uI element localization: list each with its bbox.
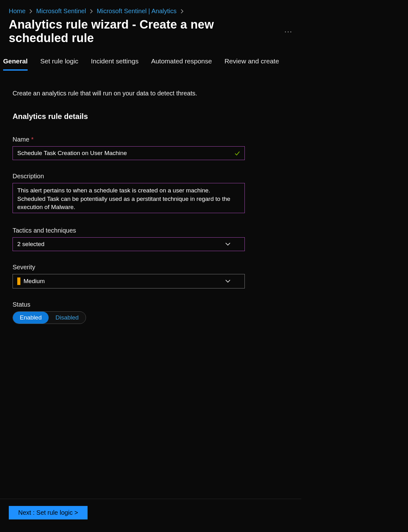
tab-review-and-create[interactable]: Review and create [224, 54, 279, 71]
tab-bar: General Set rule logic Incident settings… [0, 54, 301, 71]
tactics-select[interactable]: 2 selected [13, 237, 245, 251]
status-label: Status [13, 301, 30, 308]
description-label: Description [13, 173, 44, 180]
intro-text: Create an analytics rule that will run o… [13, 90, 289, 97]
footer: Next : Set rule logic > [0, 499, 301, 532]
chevron-right-icon [29, 9, 32, 13]
breadcrumb-home[interactable]: Home [9, 8, 25, 15]
severity-label: Severity [13, 264, 35, 271]
next-button[interactable]: Next : Set rule logic > [9, 506, 88, 519]
more-icon[interactable]: ··· [284, 27, 293, 36]
chevron-right-icon [180, 9, 184, 13]
breadcrumb: Home Microsoft Sentinel Microsoft Sentin… [0, 0, 301, 18]
severity-indicator-icon [17, 277, 20, 285]
required-asterisk: * [31, 136, 34, 143]
description-input[interactable] [13, 183, 245, 213]
section-title: Analytics rule details [13, 112, 289, 121]
name-input[interactable] [13, 146, 245, 160]
tab-general[interactable]: General [3, 54, 28, 71]
tab-set-rule-logic[interactable]: Set rule logic [40, 54, 78, 71]
chevron-down-icon [225, 242, 231, 246]
chevron-down-icon [225, 279, 231, 283]
status-toggle: Enabled Disabled [13, 311, 86, 324]
page-title: Analytics rule wizard - Create a new sch… [9, 18, 275, 45]
tab-incident-settings[interactable]: Incident settings [91, 54, 139, 71]
status-enabled-button[interactable]: Enabled [13, 312, 49, 324]
name-label: Name [13, 136, 29, 143]
breadcrumb-sentinel[interactable]: Microsoft Sentinel [36, 8, 86, 15]
tab-automated-response[interactable]: Automated response [151, 54, 212, 71]
chevron-right-icon [90, 9, 93, 13]
tactics-label: Tactics and techniques [13, 227, 76, 234]
breadcrumb-analytics[interactable]: Microsoft Sentinel | Analytics [97, 8, 176, 15]
severity-value: Medium [24, 278, 45, 285]
tactics-value: 2 selected [17, 241, 45, 248]
status-disabled-button[interactable]: Disabled [49, 312, 86, 324]
severity-select[interactable]: Medium [13, 274, 245, 288]
